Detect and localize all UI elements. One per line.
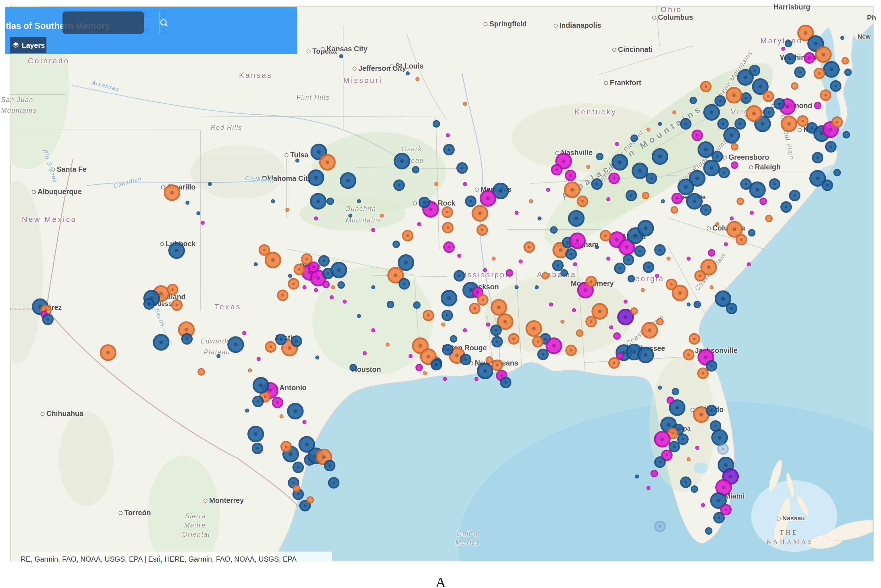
map-marker[interactable]: [609, 326, 613, 329]
map-marker[interactable]: [781, 47, 785, 51]
map-marker[interactable]: [409, 354, 412, 358]
map-marker[interactable]: [523, 242, 535, 253]
map-marker[interactable]: [479, 190, 496, 207]
map-marker[interactable]: [700, 259, 717, 276]
map-marker[interactable]: [773, 98, 785, 110]
map-marker[interactable]: [393, 180, 405, 191]
map-marker[interactable]: [654, 520, 666, 532]
map-marker[interactable]: [631, 308, 638, 315]
map-marker[interactable]: [371, 285, 375, 289]
map-marker[interactable]: [661, 199, 665, 203]
map-marker[interactable]: [181, 333, 193, 345]
map-marker[interactable]: [565, 170, 576, 181]
map-marker[interactable]: [551, 164, 562, 176]
map-marker[interactable]: [726, 303, 737, 314]
map-marker[interactable]: [339, 54, 343, 58]
map-marker[interactable]: [692, 130, 703, 141]
map-marker[interactable]: [726, 87, 742, 104]
map-marker[interactable]: [832, 116, 843, 128]
map-marker[interactable]: [652, 148, 668, 165]
map-marker[interactable]: [840, 36, 844, 40]
map-marker[interactable]: [450, 335, 457, 343]
map-marker[interactable]: [710, 285, 713, 289]
map-marker[interactable]: [671, 206, 678, 214]
map-marker[interactable]: [606, 197, 610, 201]
map-marker[interactable]: [491, 360, 503, 371]
map-marker[interactable]: [303, 420, 306, 424]
map-marker[interactable]: [394, 153, 410, 170]
map-marker[interactable]: [646, 128, 650, 132]
map-marker[interactable]: [730, 216, 734, 220]
map-marker[interactable]: [463, 102, 467, 106]
map-marker[interactable]: [843, 131, 850, 138]
map-marker[interactable]: [247, 426, 264, 442]
map-marker[interactable]: [833, 169, 841, 176]
map-marker[interactable]: [550, 226, 557, 234]
map-marker[interactable]: [216, 354, 220, 358]
map-marker[interactable]: [506, 269, 513, 277]
map-marker[interactable]: [442, 310, 453, 321]
map-marker[interactable]: [546, 188, 550, 192]
map-marker[interactable]: [508, 333, 520, 345]
map-marker[interactable]: [418, 196, 430, 208]
map-marker[interactable]: [749, 65, 760, 76]
map-marker[interactable]: [737, 198, 744, 205]
map-marker[interactable]: [724, 242, 728, 246]
map-marker[interactable]: [387, 301, 394, 308]
map-marker[interactable]: [672, 110, 676, 114]
map-marker[interactable]: [423, 371, 427, 375]
map-marker[interactable]: [454, 270, 465, 282]
map-marker[interactable]: [656, 318, 664, 326]
map-marker[interactable]: [280, 414, 283, 418]
map-marker[interactable]: [825, 141, 836, 153]
map-marker[interactable]: [412, 166, 420, 174]
map-marker[interactable]: [830, 80, 841, 92]
map-marker[interactable]: [271, 199, 275, 203]
map-marker[interactable]: [680, 118, 692, 130]
map-marker[interactable]: [646, 486, 650, 490]
map-marker[interactable]: [654, 244, 666, 256]
map-marker[interactable]: [769, 178, 781, 190]
map-marker[interactable]: [784, 53, 796, 64]
map-marker[interactable]: [315, 356, 319, 360]
map-marker[interactable]: [560, 320, 565, 324]
map-marker[interactable]: [804, 52, 815, 64]
map-marker[interactable]: [641, 322, 658, 339]
map-marker[interactable]: [615, 142, 619, 146]
map-marker[interactable]: [277, 290, 288, 301]
map-marker[interactable]: [442, 344, 454, 356]
map-marker[interactable]: [586, 165, 590, 169]
map-marker[interactable]: [327, 198, 334, 205]
map-marker[interactable]: [815, 46, 832, 63]
map-marker[interactable]: [595, 245, 599, 249]
map-marker[interactable]: [476, 224, 488, 236]
map-marker[interactable]: [292, 462, 304, 473]
map-marker[interactable]: [198, 368, 205, 376]
map-marker[interactable]: [667, 396, 674, 404]
map-marker[interactable]: [406, 71, 410, 75]
map-marker[interactable]: [628, 275, 635, 282]
map-marker[interactable]: [715, 222, 719, 226]
map-marker[interactable]: [637, 220, 654, 237]
map-marker[interactable]: [460, 354, 471, 365]
map-marker[interactable]: [608, 172, 620, 184]
map-marker[interactable]: [600, 230, 611, 242]
map-marker[interactable]: [500, 377, 511, 388]
map-marker[interactable]: [371, 328, 375, 332]
map-marker[interactable]: [319, 154, 336, 171]
map-marker[interactable]: [760, 198, 767, 205]
map-marker[interactable]: [328, 477, 339, 489]
map-marker[interactable]: [564, 182, 581, 198]
map-marker[interactable]: [672, 388, 679, 395]
map-marker[interactable]: [736, 234, 747, 245]
map-marker[interactable]: [526, 320, 542, 337]
map-marker[interactable]: [331, 262, 347, 278]
map-marker[interactable]: [655, 274, 659, 278]
map-marker[interactable]: [635, 474, 639, 478]
map-marker[interactable]: [750, 211, 754, 215]
map-marker[interactable]: [469, 303, 481, 314]
layers-button[interactable]: Layers: [10, 37, 46, 53]
map-marker[interactable]: [560, 269, 568, 277]
map-marker[interactable]: [357, 314, 361, 318]
map-marker[interactable]: [245, 408, 249, 412]
